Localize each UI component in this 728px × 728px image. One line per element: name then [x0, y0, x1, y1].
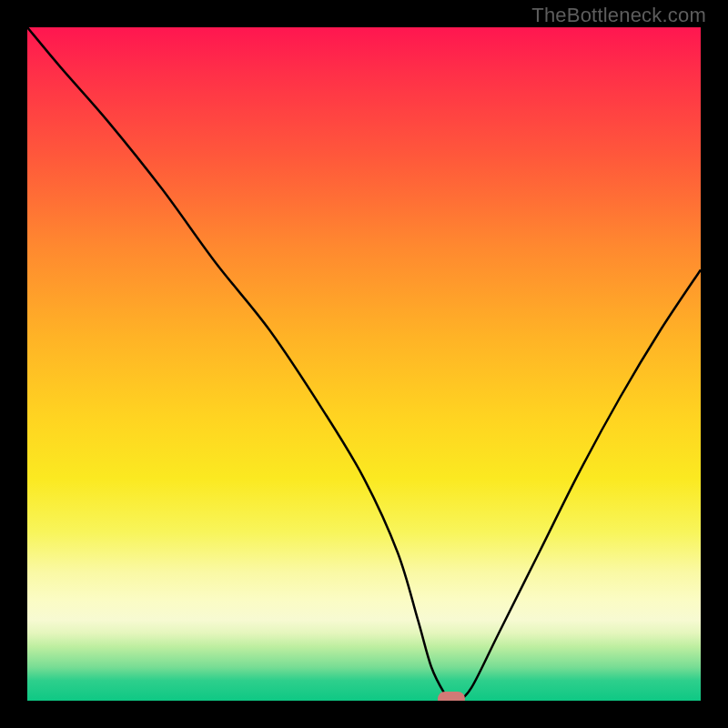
plot-area — [27, 27, 701, 701]
optimal-point-marker — [438, 692, 465, 701]
bottleneck-curve — [27, 27, 701, 701]
chart-frame: TheBottleneck.com — [0, 0, 728, 728]
watermark-text: TheBottleneck.com — [531, 4, 706, 27]
